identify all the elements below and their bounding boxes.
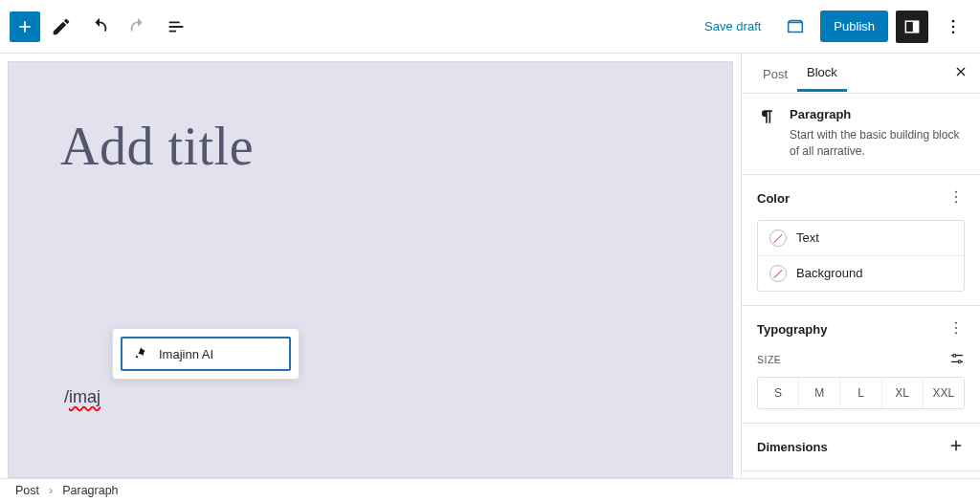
top-toolbar: Save draft Publish: [0, 0, 980, 54]
breadcrumb-current[interactable]: Paragraph: [62, 484, 118, 497]
color-section-more-button[interactable]: [947, 188, 965, 208]
background-color-button[interactable]: Background: [758, 255, 964, 291]
block-breadcrumb: Post › Paragraph: [0, 478, 980, 502]
size-label: SIZE: [757, 354, 781, 365]
save-draft-button[interactable]: Save draft: [695, 11, 770, 41]
pencil-icon: [51, 16, 72, 37]
chevron-right-icon: ›: [49, 484, 53, 497]
more-options-button[interactable]: [936, 10, 970, 44]
no-color-swatch-icon: [769, 229, 787, 247]
redo-icon: [127, 16, 148, 37]
block-name: Paragraph: [790, 107, 965, 121]
svg-point-4: [952, 31, 955, 33]
svg-point-11: [953, 354, 956, 357]
settings-sidebar: Post Block Paragraph Start with the basi…: [741, 54, 980, 478]
slash-command-popup: Imajinn AI: [112, 328, 300, 380]
text-color-label: Text: [796, 230, 819, 245]
svg-point-10: [955, 332, 957, 334]
svg-rect-1: [913, 21, 919, 33]
close-icon: [953, 64, 969, 79]
undo-button[interactable]: [82, 10, 117, 44]
typography-section-title: Typography: [757, 322, 827, 337]
size-option-xxl[interactable]: XXL: [923, 378, 964, 408]
paragraph-icon: [757, 107, 776, 161]
imajinn-icon: [132, 345, 149, 362]
dimensions-section[interactable]: Dimensions: [742, 424, 980, 471]
slash-suggestion-label: Imajinn AI: [159, 347, 213, 361]
typography-section-more-button[interactable]: [947, 319, 965, 339]
list-view-icon: [166, 16, 187, 37]
publish-button[interactable]: Publish: [820, 11, 888, 42]
settings-panel-toggle[interactable]: [896, 11, 928, 43]
typography-section: Typography SIZE S M L XL XXL: [742, 306, 980, 424]
size-option-m[interactable]: M: [798, 378, 839, 408]
svg-point-8: [955, 321, 957, 323]
workspace: Add title Imajinn AI /imaj Post Block: [0, 54, 980, 478]
svg-point-5: [955, 190, 957, 192]
editor-canvas[interactable]: Add title Imajinn AI /imaj: [8, 61, 733, 478]
size-option-l[interactable]: L: [839, 378, 880, 408]
text-color-button[interactable]: Text: [758, 221, 964, 255]
more-vertical-icon: [944, 17, 963, 36]
breadcrumb-root[interactable]: Post: [15, 484, 39, 497]
edit-tool-button[interactable]: [44, 10, 78, 44]
more-vertical-icon: [947, 319, 965, 337]
svg-point-3: [952, 25, 955, 28]
toolbar-right: Save draft Publish: [695, 10, 970, 44]
color-section: Color Text Background: [742, 175, 980, 306]
color-section-title: Color: [757, 191, 790, 206]
dimensions-add-button[interactable]: [947, 437, 965, 457]
color-options-list: Text Background: [757, 220, 965, 292]
add-block-button[interactable]: [10, 11, 40, 42]
paragraph-block[interactable]: /imaj: [64, 387, 100, 407]
editor-canvas-wrap: Add title Imajinn AI /imaj: [0, 54, 741, 478]
slash-suggestion-item[interactable]: Imajinn AI: [121, 337, 291, 371]
tab-post[interactable]: Post: [753, 56, 797, 91]
slash-typed-text: imaj: [69, 387, 100, 406]
sliders-icon: [949, 351, 965, 366]
tab-block[interactable]: Block: [797, 55, 847, 92]
redo-button: [121, 10, 155, 44]
preview-icon: [785, 16, 806, 37]
svg-point-2: [952, 19, 955, 22]
plus-icon: [15, 17, 34, 36]
sidebar-icon: [902, 17, 922, 36]
size-option-xl[interactable]: XL: [881, 378, 923, 408]
dimensions-section-title: Dimensions: [757, 440, 828, 454]
background-color-label: Background: [796, 266, 862, 280]
close-sidebar-button[interactable]: [949, 60, 972, 86]
toolbar-left: [10, 10, 193, 44]
undo-icon: [89, 16, 110, 37]
sidebar-tabs: Post Block: [742, 54, 980, 94]
more-vertical-icon: [947, 188, 965, 206]
custom-size-button[interactable]: [949, 351, 965, 369]
plus-icon: [947, 437, 965, 454]
post-title-input[interactable]: Add title: [60, 116, 680, 177]
document-overview-button[interactable]: [159, 10, 193, 44]
svg-point-12: [958, 360, 961, 363]
block-description-section: Paragraph Start with the basic building …: [742, 94, 980, 175]
svg-point-7: [955, 201, 957, 203]
size-option-s[interactable]: S: [758, 378, 798, 408]
size-segmented-control: S M L XL XXL: [757, 377, 965, 409]
svg-point-9: [955, 327, 957, 329]
no-color-swatch-icon: [769, 265, 787, 282]
preview-button[interactable]: [778, 10, 813, 44]
svg-point-6: [955, 196, 957, 198]
block-description: Start with the basic building block of a…: [790, 127, 965, 161]
